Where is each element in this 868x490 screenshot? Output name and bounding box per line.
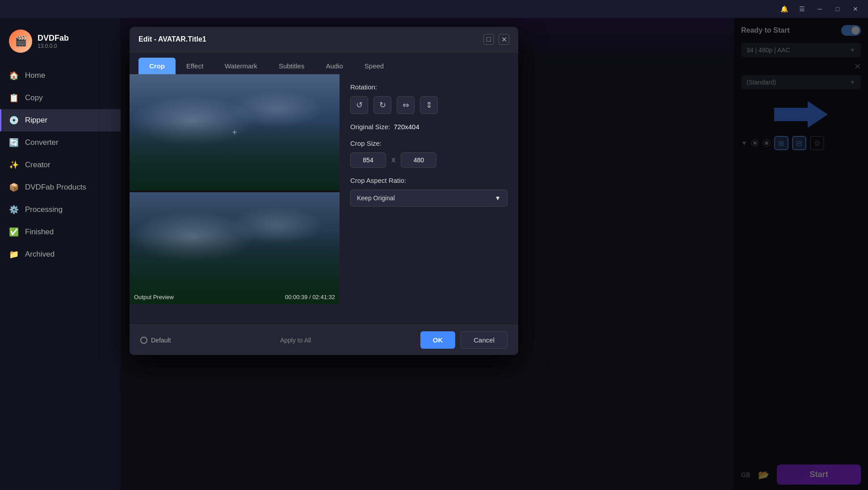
tab-subtitles[interactable]: Subtitles (268, 58, 315, 74)
modal-title: Edit - AVATAR.Title1 (138, 35, 206, 43)
finished-icon: ✅ (9, 227, 19, 237)
modal-maximize-button[interactable]: □ (483, 34, 494, 45)
sidebar-item-copy[interactable]: 📋 Copy (0, 87, 121, 109)
modal-overlay: Edit - AVATAR.Title1 □ ✕ Crop Effect Wat… (121, 18, 868, 490)
modal-footer: Default Apply to All OK Cancel (130, 325, 518, 355)
sidebar-label-products: DVDFab Products (25, 183, 86, 192)
crosshair-icon: + (232, 127, 237, 138)
tab-speed[interactable]: Speed (354, 58, 394, 74)
crop-aspect-label: Crop Aspect Ratio: (350, 177, 507, 184)
crop-size-row: X (350, 152, 507, 168)
sidebar-item-ripper[interactable]: 💿 Ripper (0, 109, 121, 131)
sidebar-label-finished: Finished (25, 228, 54, 237)
sidebar-item-converter[interactable]: 🔄 Converter (0, 131, 121, 154)
original-size-row: Original Size: 720x404 (350, 123, 507, 131)
default-radio[interactable] (140, 337, 147, 344)
menu-icon[interactable]: ☰ (797, 4, 807, 14)
original-size-value: 720x404 (394, 123, 419, 131)
sidebar-item-home[interactable]: 🏠 Home (0, 64, 121, 87)
modal-header-buttons: □ ✕ (483, 34, 509, 45)
crop-aspect-ratio-group: Crop Aspect Ratio: Keep Original ▼ (350, 177, 507, 207)
controls-section: Rotation: ↺ ↻ ⇔ ⇕ Original Size: (340, 74, 518, 325)
processing-icon: ⚙️ (9, 205, 19, 215)
home-icon: 🏠 (9, 71, 19, 80)
aspect-ratio-dropdown[interactable]: Keep Original ▼ (350, 190, 507, 207)
minimize-button[interactable]: ─ (814, 4, 825, 14)
creator-icon: ✨ (9, 160, 19, 170)
crop-height-input[interactable] (401, 152, 436, 168)
sidebar-item-creator[interactable]: ✨ Creator (0, 154, 121, 176)
sidebar-label-ripper: Ripper (25, 116, 47, 125)
sidebar-label-home: Home (25, 71, 45, 80)
copy-icon: 📋 (9, 93, 19, 103)
logo-title: DVDFab (38, 34, 69, 43)
tab-audio[interactable]: Audio (315, 58, 353, 74)
sidebar-label-copy: Copy (25, 93, 43, 102)
logo-icon: 🎬 (9, 30, 32, 53)
cancel-button[interactable]: Cancel (461, 331, 507, 349)
rotation-label: Rotation: (350, 83, 507, 91)
products-icon: 📦 (9, 182, 19, 192)
tab-effect[interactable]: Effect (176, 58, 214, 74)
close-button[interactable]: ✕ (850, 4, 861, 14)
modal-close-button[interactable]: ✕ (499, 34, 509, 45)
time-code-label: 00:00:39 / 02:41:32 (285, 294, 335, 300)
original-size-label: Original Size: (350, 123, 390, 131)
crop-size-group: Crop Size: X (350, 139, 507, 168)
modal-tabs: Crop Effect Watermark Subtitles Audio Sp… (130, 52, 518, 74)
sidebar-item-dvdfab-products[interactable]: 📦 DVDFab Products (0, 176, 121, 199)
modal-footer-buttons: OK Cancel (420, 331, 507, 349)
modal-body: + Output Preview 00:00:39 / 02:41:32 (130, 74, 518, 325)
archived-icon: 📁 (9, 249, 19, 259)
sidebar-label-converter: Converter (25, 138, 59, 147)
maximize-button[interactable]: □ (832, 4, 843, 14)
sidebar-item-processing[interactable]: ⚙️ Processing (0, 199, 121, 221)
ripper-icon: 💿 (9, 115, 19, 125)
title-bar: 🔔 ☰ ─ □ ✕ (0, 0, 868, 18)
logo-text: DVDFab 13.0.0.0 (38, 34, 69, 49)
aspect-ratio-arrow: ▼ (495, 194, 501, 202)
tab-watermark[interactable]: Watermark (214, 58, 268, 74)
rotation-group: Rotation: ↺ ↻ ⇔ ⇕ (350, 83, 507, 114)
logo-area: 🎬 DVDFab 13.0.0.0 (0, 22, 121, 60)
rotation-buttons: ↺ ↻ ⇔ ⇕ (350, 96, 507, 114)
output-preview-label: Output Preview (134, 294, 174, 300)
modal-header: Edit - AVATAR.Title1 □ ✕ (130, 27, 518, 52)
sidebar-label-creator: Creator (25, 161, 50, 169)
video-section: + Output Preview 00:00:39 / 02:41:32 (130, 74, 340, 325)
crop-x-separator: X (391, 156, 395, 164)
sidebar-label-processing: Processing (25, 205, 63, 214)
rotate-cw-button[interactable]: ↻ (373, 96, 391, 114)
apply-to-all-label: Apply to All (280, 337, 311, 344)
notification-icon[interactable]: 🔔 (779, 4, 789, 14)
sidebar: 🎬 DVDFab 13.0.0.0 🏠 Home 📋 Copy 💿 Ripper… (0, 18, 121, 490)
ok-button[interactable]: OK (420, 331, 456, 349)
flip-h-button[interactable]: ⇔ (397, 96, 415, 114)
video-preview-bottom: Output Preview 00:00:39 / 02:41:32 (130, 192, 340, 304)
tab-crop[interactable]: Crop (138, 58, 176, 74)
flip-v-button[interactable]: ⇕ (420, 96, 438, 114)
default-label: Default (151, 337, 171, 344)
default-row: Default (140, 337, 171, 344)
converter-icon: 🔄 (9, 138, 19, 148)
video-preview-top: + (130, 74, 340, 190)
sidebar-item-finished[interactable]: ✅ Finished (0, 221, 121, 243)
logo-version: 13.0.0.0 (38, 43, 69, 49)
rotate-ccw-button[interactable]: ↺ (350, 96, 368, 114)
crop-width-input[interactable] (350, 152, 386, 168)
sidebar-label-archived: Archived (25, 250, 55, 259)
edit-modal: Edit - AVATAR.Title1 □ ✕ Crop Effect Wat… (130, 27, 518, 355)
sidebar-item-archived[interactable]: 📁 Archived (0, 243, 121, 266)
aspect-ratio-value: Keep Original (357, 194, 395, 202)
crop-size-label: Crop Size: (350, 139, 507, 147)
main-layout: 🎬 DVDFab 13.0.0.0 🏠 Home 📋 Copy 💿 Ripper… (0, 18, 868, 490)
original-size-group: Original Size: 720x404 (350, 123, 507, 131)
sidebar-nav: 🏠 Home 📋 Copy 💿 Ripper 🔄 Converter ✨ Cre… (0, 64, 121, 266)
